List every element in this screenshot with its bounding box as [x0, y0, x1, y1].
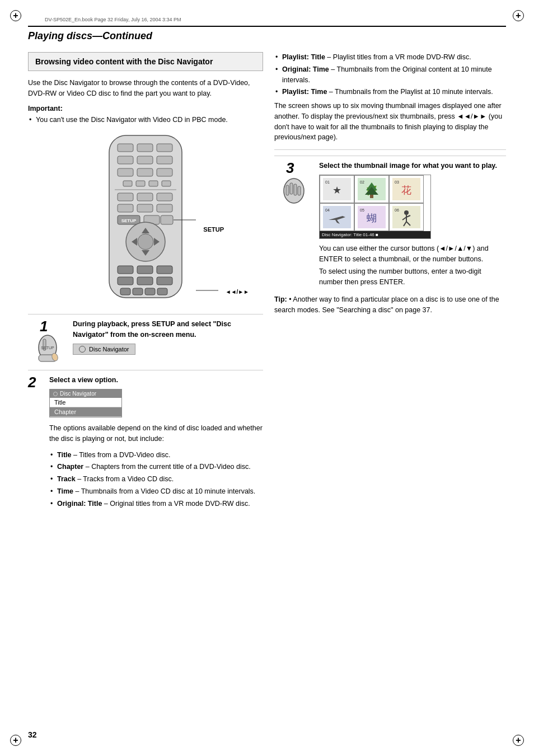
- rc-playlist-title-term: Playlist: Title: [282, 53, 325, 61]
- important-label: Important:: [28, 105, 263, 112]
- step1-left: 1 SETUP: [28, 319, 67, 364]
- tip-text: • Another way to find a particular place…: [274, 295, 499, 314]
- rc-original-time: Original: Time – Thumbnails from the Ori…: [274, 64, 506, 86]
- option-track-desc: – Tracks from a Video CD disc.: [76, 475, 174, 483]
- step3-icon: [279, 175, 310, 206]
- option-track-term: Track: [57, 475, 76, 483]
- svg-rect-20: [157, 204, 172, 212]
- step2-row: 2 Select a view option. Disc Navigator T…: [28, 370, 263, 514]
- step3-left: 3: [274, 161, 313, 206]
- left-column: Browsing video content with the Disc Nav…: [28, 52, 263, 520]
- svg-rect-36: [157, 277, 172, 285]
- step1-icon: SETUP: [32, 334, 63, 364]
- step3-content: Select the thumbnail image for what you …: [319, 161, 506, 288]
- svg-rect-11: [136, 181, 145, 186]
- svg-text:05: 05: [360, 208, 364, 212]
- svg-text:03: 03: [395, 180, 399, 184]
- option-title-term: Title: [57, 451, 71, 459]
- svg-rect-2: [137, 144, 153, 152]
- step3-desc1: You can use either the cursor buttons (◄…: [319, 243, 506, 265]
- option-chapter-desc: – Chapters from the current title of a D…: [83, 463, 251, 471]
- svg-rect-50: [290, 183, 293, 194]
- corner-mark-br: [513, 735, 524, 746]
- section-box: Browsing video content with the Disc Nav…: [28, 52, 263, 71]
- page-header: Playing discs—Continued: [28, 26, 506, 42]
- header-continued-text: —Continued: [92, 30, 152, 41]
- option-title-desc: – Titles from a DVD-Video disc.: [71, 451, 170, 459]
- page-container: DV-SP502E_En.book Page 32 Friday, July 1…: [0, 0, 534, 756]
- option-original-title-desc: – Original titles from a VR mode DVD-RW …: [102, 500, 250, 508]
- corner-mark-tl: [10, 10, 21, 21]
- prev-next-line: [196, 287, 224, 294]
- svg-rect-52: [298, 186, 301, 195]
- step2-left: 2: [28, 375, 44, 389]
- svg-rect-16: [137, 193, 153, 201]
- thumb-01: 01 ★: [320, 175, 354, 203]
- corner-mark-bl: [10, 735, 21, 746]
- step1-osd: Disc Navigator: [73, 344, 135, 355]
- setup-label: SETUP: [203, 226, 224, 233]
- rc-playlist-title-desc: – Playlist titles from a VR mode DVD-RW …: [325, 53, 471, 61]
- thumb-01-svg: 01 ★: [323, 178, 351, 200]
- thumb-04-svg: 04: [323, 206, 351, 228]
- right-col-upper: Playlist: Title – Playlist titles from a…: [274, 52, 506, 143]
- prev-next-annotation: ◄◄/►►: [196, 287, 249, 295]
- svg-rect-39: [145, 288, 155, 295]
- thumb-03-svg: 03 花: [392, 178, 420, 200]
- svg-rect-17: [157, 193, 172, 201]
- svg-rect-61: [370, 195, 373, 198]
- step3-title: Select the thumbnail image for what you …: [319, 161, 506, 171]
- header-title-text: Playing discs: [28, 30, 92, 41]
- option-original-title-term: Original: Title: [57, 500, 102, 508]
- rc-playlist-time-term: Playlist: Time: [282, 88, 327, 96]
- important-bullet: You can't use the Disc Navigator with Vi…: [28, 115, 263, 125]
- thumb-02-svg: 02 🌿: [358, 178, 386, 200]
- svg-rect-31: [118, 266, 133, 274]
- rc-playlist-title: Playlist: Title – Playlist titles from a…: [274, 52, 506, 63]
- option-time-desc: – Thumbnails from a Video CD disc at 10 …: [73, 487, 255, 495]
- option-chapter: Chapter – Chapters from the current titl…: [49, 462, 263, 472]
- option-original-title: Original: Title – Original titles from a…: [49, 499, 263, 509]
- step2-content: Select a view option. Disc Navigator Tit…: [49, 375, 263, 514]
- svg-rect-4: [118, 156, 133, 164]
- svg-rect-19: [137, 204, 153, 212]
- option-track: Track – Tracks from a Video CD disc.: [49, 474, 263, 485]
- rc-playlist-time: Playlist: Time – Thumbnails from the Pla…: [274, 87, 506, 97]
- main-content: Browsing video content with the Disc Nav…: [28, 52, 506, 520]
- section-divider: [274, 149, 506, 150]
- thumb-03: 03 花: [389, 175, 424, 203]
- thumb-06: 06: [389, 203, 424, 231]
- thumbnail-grid: 01 ★ 02 🌿: [319, 175, 431, 239]
- svg-rect-5: [137, 156, 153, 164]
- svg-point-72: [404, 210, 409, 215]
- svg-rect-49: [286, 185, 289, 195]
- thumb-06-svg: 06: [392, 206, 420, 228]
- step2-options: Title – Titles from a DVD-Video disc. Ch…: [49, 450, 263, 509]
- step3-number: 3: [286, 161, 302, 175]
- page-number: 32: [28, 730, 37, 739]
- rc-original-time-term: Original: Time: [282, 65, 329, 73]
- filepath: DV-SP502E_En.book Page 32 Friday, July 1…: [45, 17, 506, 22]
- tip-section: Tip: • Another way to find a particular …: [274, 294, 506, 316]
- svg-text:★: ★: [332, 185, 341, 196]
- svg-rect-1: [118, 144, 133, 152]
- svg-text:06: 06: [395, 208, 399, 212]
- svg-text:04: 04: [325, 208, 330, 212]
- svg-rect-9: [157, 168, 172, 176]
- svg-rect-40: [157, 288, 167, 295]
- step1-content: During playback, press SETUP and select …: [73, 319, 263, 359]
- menu-item-title: Title: [50, 398, 121, 407]
- svg-rect-3: [157, 144, 172, 152]
- step2-desc: The options available depend on the kind…: [49, 423, 263, 444]
- svg-text:02: 02: [360, 180, 364, 184]
- svg-rect-32: [137, 266, 153, 274]
- svg-rect-10: [123, 181, 132, 186]
- menu-header-text: Disc Navigator: [60, 391, 96, 397]
- svg-rect-8: [137, 168, 153, 176]
- option-title: Title – Titles from a DVD-Video disc.: [49, 450, 263, 461]
- svg-rect-6: [157, 156, 172, 164]
- svg-rect-51: [294, 184, 297, 195]
- option-chapter-term: Chapter: [57, 463, 83, 471]
- svg-text:花: 花: [401, 185, 411, 196]
- menu-header: Disc Navigator: [50, 389, 121, 398]
